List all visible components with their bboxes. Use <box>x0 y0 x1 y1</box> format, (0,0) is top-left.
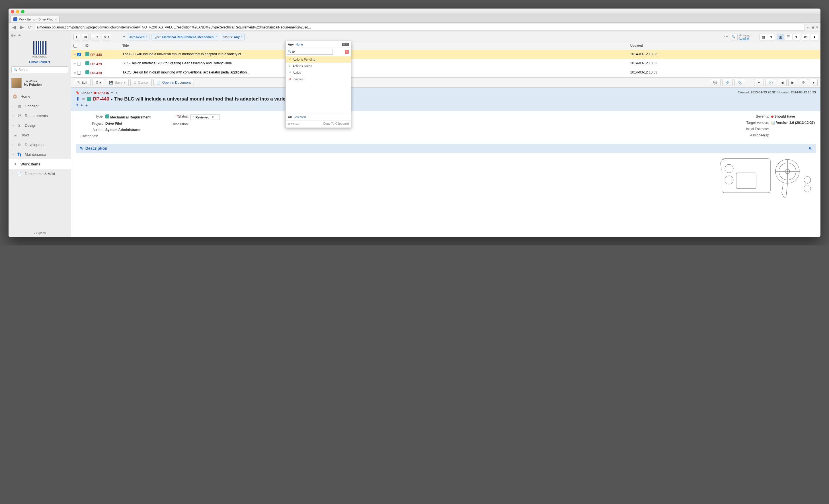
sidebar-item-documents[interactable]: ▸📄Documents & Wiki <box>8 169 71 179</box>
add-button[interactable]: ＋ ▾ <box>91 34 100 40</box>
dropdown-option[interactable]: ✔Actions Taken <box>286 63 351 69</box>
table-row[interactable]: ⚭ DP-439 SOS Design Interface SOS to Ste… <box>71 59 821 68</box>
detail-actions-button[interactable]: ⚙ ▾ <box>92 79 104 86</box>
expand-link[interactable]: ▾ Expand <box>8 229 71 237</box>
dropdown-option[interactable]: ↗Active <box>286 69 351 76</box>
tab-close-icon[interactable]: × <box>55 17 56 21</box>
clear-filters-icon[interactable]: × ▾ <box>724 35 728 39</box>
dropdown-option[interactable]: ⊘Inactive <box>286 76 351 82</box>
dropdown-option[interactable]: ↗Actions Pending <box>286 56 351 63</box>
prev-button[interactable]: ◀ <box>778 79 787 86</box>
sidebar-item-workitems[interactable]: ✦Work Items <box>8 159 71 169</box>
history-button[interactable]: 🕘 <box>765 79 776 86</box>
view-mode-dropdown[interactable]: ▾ <box>767 34 775 40</box>
status-select[interactable]: ↗Reviewed ▾ <box>190 114 220 120</box>
refresh-button[interactable]: ⟳ <box>802 34 809 40</box>
row-checkbox[interactable] <box>77 53 81 57</box>
my-polarion-link[interactable]: My Polarion <box>24 83 42 86</box>
user-avatar[interactable] <box>11 78 22 88</box>
table-row[interactable]: ⚭ DP-438 TAOS Design for in-dash mountin… <box>71 68 821 77</box>
window-zoom[interactable] <box>21 10 25 13</box>
filter-button[interactable]: ▼ <box>754 79 764 86</box>
remove-filter-icon[interactable]: × <box>146 35 147 38</box>
extension-icon[interactable]: ▣ <box>812 25 815 29</box>
dropdown-all-link[interactable]: All <box>288 115 292 119</box>
attachment-button[interactable]: 📎 <box>734 79 745 86</box>
layout-split[interactable]: ◫ <box>777 34 784 40</box>
select-all-checkbox[interactable] <box>73 44 77 47</box>
more-detail-button[interactable]: ▾ <box>809 79 818 86</box>
row-checkbox[interactable] <box>77 62 81 66</box>
filter-pill-status[interactable]: Status:Any× <box>221 34 245 40</box>
sidebar-search-input[interactable]: 🔍 Search <box>11 66 68 73</box>
nav-back-icon[interactable]: ◀ <box>11 24 17 31</box>
remove-filter-icon[interactable]: × <box>241 35 243 38</box>
dropdown-none-link[interactable]: None <box>295 43 303 46</box>
favorite-star-icon[interactable]: ★ <box>18 34 21 38</box>
window-close[interactable] <box>11 10 14 13</box>
save-button[interactable]: 💾Save ▾ <box>106 79 129 86</box>
layout-horizontal[interactable]: ☰ <box>785 34 792 40</box>
column-title[interactable]: Title <box>122 44 630 48</box>
comments-button[interactable]: 💬 <box>710 79 721 86</box>
up-nav-icon[interactable]: ⬆ <box>76 96 80 102</box>
load-all-link[interactable]: Load all <box>739 37 749 40</box>
dropdown-close[interactable]: × Close <box>288 122 299 126</box>
edit-button[interactable]: ✎Edit <box>74 79 91 86</box>
sidebar-item-risks[interactable]: ☁Risks <box>8 130 71 140</box>
row-checkbox[interactable] <box>77 71 81 75</box>
view-icon-button[interactable]: ◧ <box>73 34 80 40</box>
filter-pill-type[interactable]: Type:Electrical Requirement, Mechanical× <box>151 34 219 40</box>
actions-gear-button[interactable]: ⚙ ▾ <box>102 34 111 40</box>
filter-pill-unresolved[interactable]: Unresolved× <box>127 34 149 40</box>
not-toggle[interactable]: NOT <box>342 43 349 46</box>
view-icon-button-2[interactable]: ◨ <box>82 34 89 40</box>
cancel-button[interactable]: ⊘Cancel <box>131 79 151 86</box>
layout-dropdown[interactable]: ▾ <box>793 34 800 40</box>
settings-gear-icon[interactable]: ⚙▾ <box>11 34 16 38</box>
copy-clipboard-link[interactable]: Copy To Clipboard <box>323 122 349 126</box>
edit-description-icon[interactable]: ✎ <box>808 146 812 151</box>
clear-search-icon[interactable]: × <box>345 50 349 54</box>
filter-dropdown-icon[interactable]: ▾ <box>123 35 125 39</box>
bookmark-star-icon[interactable]: ☆ <box>806 25 809 29</box>
copy-link-icon[interactable]: ⚭ <box>111 91 113 95</box>
bookmark-icon[interactable]: 🔖 <box>76 91 80 95</box>
remove-filter-icon[interactable]: × <box>216 35 217 38</box>
link-button[interactable]: 🔗 <box>722 79 733 86</box>
dropdown-any-link[interactable]: Any <box>288 43 294 46</box>
workitem-id-link[interactable]: DP-438 <box>90 71 102 75</box>
sidebar-item-design[interactable]: ▸ΣDesign <box>8 120 71 130</box>
table-row[interactable]: ⚭ DP-440 The BLC will include a universa… <box>71 50 821 59</box>
workitem-id-link[interactable]: DP-439 <box>90 62 102 66</box>
sidebar-item-concept[interactable]: ▸▦Concept <box>8 101 71 111</box>
browser-tab[interactable]: Work Items < Drive Pilot × <box>10 16 60 23</box>
open-document-button[interactable]: 📄Open in Document <box>153 79 194 86</box>
column-updated[interactable]: Updated <box>630 44 667 48</box>
add-child-icon[interactable]: ＋ <box>85 103 88 108</box>
breadcrumb-link[interactable]: DP-416 <box>98 91 109 95</box>
nav-forward-icon[interactable]: ▶ <box>19 24 25 31</box>
add-filter-icon[interactable]: ＋ <box>246 34 250 39</box>
more-button[interactable]: ▾ <box>811 34 818 40</box>
browser-menu-icon[interactable]: ≡ <box>816 25 818 29</box>
sidebar-item-requirements[interactable]: ▸🗺Requirements <box>8 111 71 120</box>
window-minimize[interactable] <box>16 10 20 13</box>
link-icon[interactable]: ⚭ <box>80 103 83 108</box>
breadcrumb-link[interactable]: DP-437 <box>81 91 92 95</box>
search-button[interactable]: 🔍 <box>730 34 737 40</box>
sidebar-item-maintenance[interactable]: ▸👣Maintenance <box>8 149 71 159</box>
column-id[interactable]: ID <box>85 44 122 48</box>
up-nav-icon[interactable]: ⬆ <box>76 103 79 108</box>
nav-reload-icon[interactable]: ⟳ <box>27 24 33 31</box>
description-section-header[interactable]: ✎ Description ✎ <box>76 144 816 153</box>
sidebar-item-development[interactable]: ▸⚙Development <box>8 140 71 149</box>
next-button[interactable]: ▶ <box>788 79 797 86</box>
url-input[interactable]: almdemo.polarion.com/polarion/#/project/… <box>35 24 805 31</box>
view-mode-table[interactable]: ▤ <box>760 34 767 40</box>
refresh-detail-button[interactable]: ⟳ <box>799 79 808 86</box>
dropdown-search-input[interactable] <box>287 49 333 55</box>
add-link-icon[interactable]: ＋ <box>115 91 118 95</box>
sidebar-item-home[interactable]: 🏠Home <box>8 92 71 101</box>
dropdown-selected-link[interactable]: Selected <box>293 115 306 119</box>
